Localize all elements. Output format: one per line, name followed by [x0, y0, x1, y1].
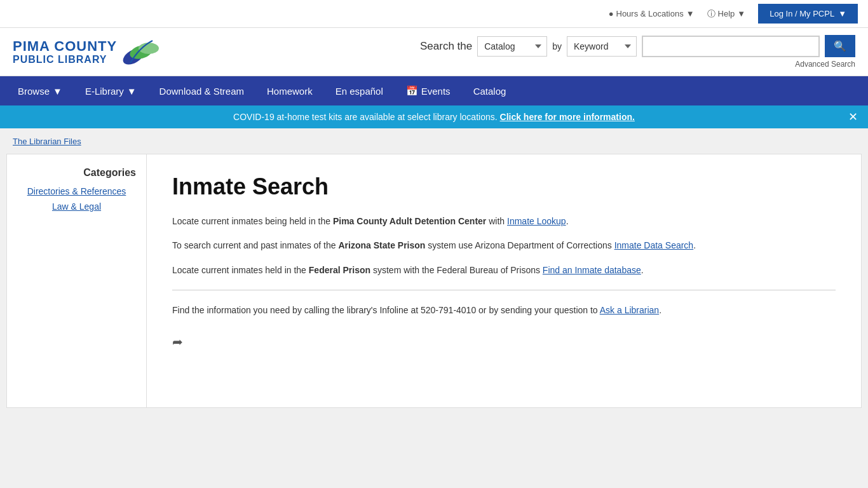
nav-elibrary[interactable]: E-Library ▼ [74, 77, 148, 105]
nav-catalog-label: Catalog [473, 86, 506, 97]
advanced-search-link[interactable]: Advanced Search [795, 60, 855, 69]
hours-locations-link[interactable]: ● Hours & Locations ▼ [609, 9, 695, 18]
top-bar-links: ● Hours & Locations ▼ ⓘ Help ▼ Log In / … [609, 4, 858, 24]
breadcrumb-label: The Librarian Files [13, 137, 81, 146]
breadcrumb-area: The Librarian Files [0, 128, 868, 154]
para2-after: . [693, 240, 696, 250]
covid-banner: COVID-19 at-home test kits are available… [0, 105, 868, 128]
para1-before: Locate current inmates being held in the [172, 216, 333, 226]
para3-after: . [641, 265, 644, 275]
help-label: Help [718, 9, 735, 18]
page-title: Inmate Search [172, 173, 836, 200]
nav-download-label: Download & Stream [159, 86, 244, 97]
para4-after: . [659, 305, 661, 315]
nav-browse[interactable]: Browse ▼ [6, 77, 74, 105]
nav-events-label: Events [421, 86, 451, 97]
para4-before: Find the information you need by calling… [172, 305, 600, 315]
sidebar-title: Categories [17, 167, 136, 179]
inmate-data-text: Inmate Data Search [614, 240, 694, 250]
find-inmate-link[interactable]: Find an Inmate database [543, 265, 641, 275]
ask-librarian-link[interactable]: Ask a Librarian [600, 305, 659, 315]
inmate-lookup-link[interactable]: Inmate Lookup [507, 216, 566, 226]
search-input[interactable] [642, 36, 820, 57]
chevron-down-icon: ▼ [737, 9, 745, 18]
login-label: Log In / My PCPL [770, 9, 834, 18]
nav-events[interactable]: 📅 Events [395, 76, 462, 105]
sidebar-item-law-legal[interactable]: Law & Legal [17, 201, 136, 212]
search-the-label: Search the [420, 40, 472, 53]
search-area: Search the Catalog Website by Keyword Ti… [172, 35, 855, 69]
search-button[interactable]: 🔍 [825, 35, 855, 57]
help-icon: ⓘ [707, 8, 715, 20]
para2-bold: Arizona State Prison [338, 240, 425, 250]
by-label: by [552, 41, 562, 51]
main-content: Inmate Search Locate current inmates bei… [147, 154, 861, 407]
advanced-search-label: Advanced Search [795, 60, 855, 69]
logo-icon [121, 34, 159, 69]
covid-banner-text: COVID-19 at-home test kits are available… [233, 112, 498, 122]
help-link[interactable]: ⓘ Help ▼ [707, 8, 746, 20]
login-button[interactable]: Log In / My PCPL ▼ [758, 4, 858, 24]
calendar-icon: 📅 [406, 85, 418, 97]
para1-after: . [566, 216, 569, 226]
nav-catalog[interactable]: Catalog [462, 77, 518, 105]
find-inmate-text: Find an Inmate database [543, 265, 641, 275]
share-button[interactable]: ➦ [172, 334, 183, 349]
breadcrumb[interactable]: The Librarian Files [13, 137, 81, 146]
nav-download-stream[interactable]: Download & Stream [148, 77, 255, 105]
covid-more-info-link[interactable]: Click here for more information. [500, 112, 635, 122]
nav-browse-label: Browse [18, 86, 50, 97]
catalog-select[interactable]: Catalog Website [477, 36, 547, 57]
nav-homework-label: Homework [267, 86, 313, 97]
chevron-down-icon: ▼ [53, 86, 62, 97]
logo-public-library: PUBLIC LIBRARY [13, 54, 117, 65]
logo-text: PIMA COUNTY PUBLIC LIBRARY [13, 39, 117, 65]
inmate-data-search-link[interactable]: Inmate Data Search [614, 240, 694, 250]
divider [172, 290, 836, 290]
sidebar-directories-label: Directories & References [27, 186, 126, 196]
top-bar: ● Hours & Locations ▼ ⓘ Help ▼ Log In / … [0, 0, 868, 28]
search-row: Search the Catalog Website by Keyword Ti… [172, 35, 855, 57]
chevron-down-icon: ▼ [127, 86, 137, 97]
paragraph-arizona: To search current and past inmates of th… [172, 238, 836, 252]
inmate-lookup-text: Inmate Lookup [507, 216, 566, 226]
sidebar: Categories Directories & References Law … [7, 154, 147, 407]
content-wrapper: Categories Directories & References Law … [6, 154, 862, 408]
para1-middle: with [486, 216, 507, 226]
para2-middle: system use Arizona Department of Correct… [425, 240, 614, 250]
paragraph-infoline: Find the information you need by calling… [172, 303, 836, 317]
main-nav: Browse ▼ E-Library ▼ Download & Stream H… [0, 76, 868, 105]
logo-pima: PIMA COUNTY [13, 39, 117, 54]
paragraph-pima: Locate current inmates being held in the… [172, 214, 836, 228]
para3-bold: Federal Prison [309, 265, 370, 275]
location-icon: ● [609, 9, 614, 18]
chevron-down-icon: ▼ [838, 9, 846, 18]
covid-link-text: Click here for more information. [500, 112, 635, 122]
header: PIMA COUNTY PUBLIC LIBRARY Search the Ca… [0, 28, 868, 76]
sidebar-law-label: Law & Legal [52, 201, 101, 212]
para1-bold: Pima County Adult Detention Center [333, 216, 486, 226]
nav-homework[interactable]: Homework [255, 77, 324, 105]
keyword-select[interactable]: Keyword Title Author Subject [567, 36, 637, 57]
sidebar-item-directories[interactable]: Directories & References [17, 186, 136, 196]
logo-link[interactable]: PIMA COUNTY PUBLIC LIBRARY [13, 34, 159, 69]
chevron-down-icon: ▼ [686, 9, 695, 18]
para2-before: To search current and past inmates of th… [172, 240, 338, 250]
ask-librarian-text: Ask a Librarian [600, 305, 659, 315]
nav-espanol[interactable]: En español [324, 77, 395, 105]
para3-middle: system with the Federal Bureau of Prison… [370, 265, 543, 275]
para3-before: Locate current inmates held in the [172, 265, 309, 275]
nav-elibrary-label: E-Library [85, 86, 124, 97]
paragraph-federal: Locate current inmates held in the Feder… [172, 263, 836, 277]
covid-close-button[interactable]: ✕ [848, 110, 858, 124]
nav-espanol-label: En español [336, 86, 383, 97]
hours-locations-label: Hours & Locations [616, 9, 684, 18]
